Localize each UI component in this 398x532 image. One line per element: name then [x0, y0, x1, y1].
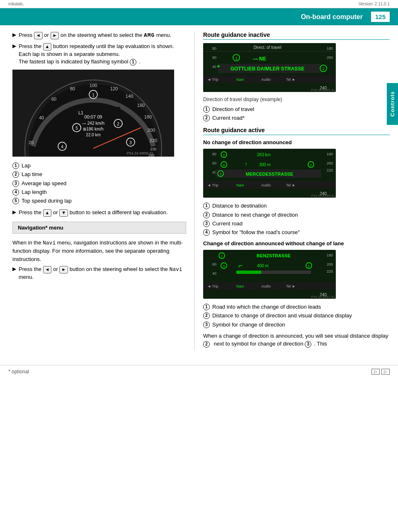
- svg-text:100: 100: [90, 83, 97, 88]
- page-header: On-board computer 125: [0, 8, 398, 25]
- svg-text:L1: L1: [78, 110, 83, 115]
- svg-text:Navi: Navi: [236, 284, 244, 288]
- d2-circle-3: 3: [203, 220, 210, 227]
- section-heading-1: Route guidance inactive: [203, 31, 390, 40]
- display3-item-1: 1 Road into which the change of directio…: [203, 303, 390, 311]
- svg-text:Audio: Audio: [261, 284, 271, 288]
- svg-text:↑: ↑: [245, 161, 248, 167]
- key-right-1: ►: [51, 32, 59, 39]
- bullet-arrow-3: ▶: [12, 209, 16, 215]
- svg-text:22.0 km: 22.0 km: [86, 133, 101, 137]
- num-list-speedo: 1 Lap 2 Lap time 3 Average lap speed 4 L…: [12, 162, 186, 205]
- d2-label-2: Distance to next change of direction: [212, 211, 298, 219]
- num-label-5: Top speed during lap: [22, 197, 72, 205]
- svg-text:220: 220: [327, 168, 333, 172]
- svg-text:Direct. of travel: Direct. of travel: [253, 45, 281, 50]
- display3-item-3: 3 Symbol for change of direction: [203, 321, 390, 329]
- num-item-5: 5 Top speed during lap: [12, 197, 186, 205]
- display1-item-1: 1 Direction of travel: [203, 106, 390, 113]
- svg-text:Tel ►: Tel ►: [286, 183, 296, 187]
- svg-text:Navi: Navi: [236, 183, 244, 187]
- svg-text:◄ Trip: ◄ Trip: [207, 77, 218, 82]
- svg-text:◄ Trip: ◄ Trip: [207, 284, 218, 288]
- footer-optional: * optional: [8, 369, 29, 375]
- meta-right: Version: 2.11.0.1: [359, 2, 390, 6]
- svg-text:60: 60: [212, 262, 216, 266]
- display2-item-3: 3 Current road: [203, 220, 390, 227]
- display2-item-4: 4 Symbol for "follow the road's course": [203, 229, 390, 236]
- meta-bar: mikalab, Version: 2.11.0.1: [0, 0, 398, 8]
- svg-text:80: 80: [212, 152, 216, 156]
- svg-text:3: 3: [223, 264, 225, 268]
- bullet-text-2: Press the ▲ button repeatedly until the …: [19, 43, 174, 65]
- svg-text:3: 3: [220, 172, 222, 176]
- end-circle-2: 2: [203, 341, 210, 348]
- svg-text:1: 1: [221, 254, 223, 258]
- svg-text:40: 40: [39, 115, 44, 120]
- svg-text:180: 180: [144, 114, 152, 119]
- d1-label-2: Current road*: [212, 114, 245, 122]
- d1-circle-2: 2: [203, 115, 210, 121]
- num-circle-4: 4: [12, 189, 19, 196]
- key-right-2: ►: [59, 266, 68, 273]
- svg-text:60: 60: [212, 161, 216, 165]
- nav-display-1-outer: 80 60 40 20 180 200 240 Direct. of trave…: [203, 43, 390, 93]
- amg-label: AMG: [144, 32, 155, 39]
- svg-text:1: 1: [92, 93, 95, 97]
- speedometer-svg: 20 40 60 80 100 120 140 160 180 200 220 …: [12, 70, 174, 157]
- nav-display-2-svg: 80 60 40 20 180 200 220 240 1 263 km 4 ↑…: [203, 149, 336, 198]
- nav-display-2-outer: 80 60 40 20 180 200 220 240 1 263 km 4 ↑…: [203, 149, 390, 199]
- svg-text:180: 180: [327, 253, 333, 257]
- footer-nav-arrows[interactable]: ▷ ▷: [371, 369, 390, 375]
- num-label-2: Lap time: [22, 171, 42, 178]
- svg-text:P54.32-6445-31: P54.32-6445-31: [311, 88, 335, 92]
- svg-text:60: 60: [51, 97, 56, 102]
- bullet-item-1: ▶ Press ◄ or ► on the steering wheel to …: [12, 31, 186, 39]
- display2-item-2: 2 Distance to next change of direction: [203, 211, 390, 219]
- key-up-1: ▲: [43, 43, 52, 51]
- num-item-2: 2 Lap time: [12, 171, 186, 178]
- svg-text:2: 2: [310, 163, 312, 167]
- d3-label-3: Symbol for change of direction: [212, 321, 285, 329]
- svg-text:⊞186 km/h: ⊞186 km/h: [83, 127, 103, 131]
- d1-label-1: Direction of travel: [212, 106, 254, 113]
- d2-circle-2: 2: [203, 212, 210, 218]
- speedometer-container: 20 40 60 80 100 120 140 160 180 200 220 …: [12, 70, 186, 158]
- svg-text:2: 2: [117, 122, 119, 126]
- svg-text:Tel ►: Tel ►: [286, 77, 296, 82]
- d3-circle-2: 2: [203, 312, 210, 319]
- num-circle-5: 5: [12, 198, 19, 204]
- end-paragraph: When a change of direction is announced,…: [203, 332, 390, 348]
- svg-text:160: 160: [137, 103, 145, 108]
- svg-text:1: 1: [235, 56, 237, 60]
- page-footer: * optional ▷ ▷: [0, 365, 398, 378]
- svg-text:BENZSTRASSE: BENZSTRASSE: [257, 253, 291, 258]
- num-list-display1: 1 Direction of travel 2 Current road*: [203, 106, 390, 122]
- svg-text:⌐: ⌐: [238, 261, 243, 270]
- num-label-4: Lap length: [22, 189, 47, 196]
- d2-circle-4: 4: [203, 229, 210, 236]
- svg-text:2: 2: [308, 264, 310, 268]
- svg-text:— NE: — NE: [253, 56, 266, 62]
- display3-item-2: 2 Distance to change of direction and vi…: [203, 312, 390, 319]
- header-title: On-board computer: [301, 13, 363, 21]
- num-list-display3: 1 Road into which the change of directio…: [203, 303, 390, 329]
- svg-text:20: 20: [29, 140, 34, 145]
- svg-text:00:07 09: 00:07 09: [85, 114, 102, 119]
- key-left-2: ◄: [43, 266, 52, 273]
- svg-text:4: 4: [223, 163, 225, 167]
- num-circle-2: 2: [12, 171, 19, 178]
- sub-heading-2: Change of direction announced without ch…: [203, 240, 390, 247]
- footer-arrow-right-2: ▷: [381, 369, 390, 375]
- svg-text:3: 3: [129, 140, 132, 145]
- bullet-text-3: Press the ▲ or ▼ button to select a diff…: [19, 209, 168, 217]
- svg-text:P54.32-6447-31: P54.32-6447-31: [311, 295, 335, 299]
- d2-circle-1: 1: [203, 203, 210, 209]
- nav-menu-box: Navigation* menu: [12, 222, 186, 234]
- meta-left: mikalab,: [8, 2, 24, 6]
- left-column: ▶ Press ◄ or ► on the steering wheel to …: [0, 31, 195, 351]
- svg-rect-106: [236, 271, 261, 274]
- nav-display-1-svg: 80 60 40 20 180 200 240 Direct. of trave…: [203, 43, 336, 92]
- navi-mono-1: Navi: [43, 240, 56, 246]
- content-area: ▶ Press ◄ or ► on the steering wheel to …: [0, 25, 398, 357]
